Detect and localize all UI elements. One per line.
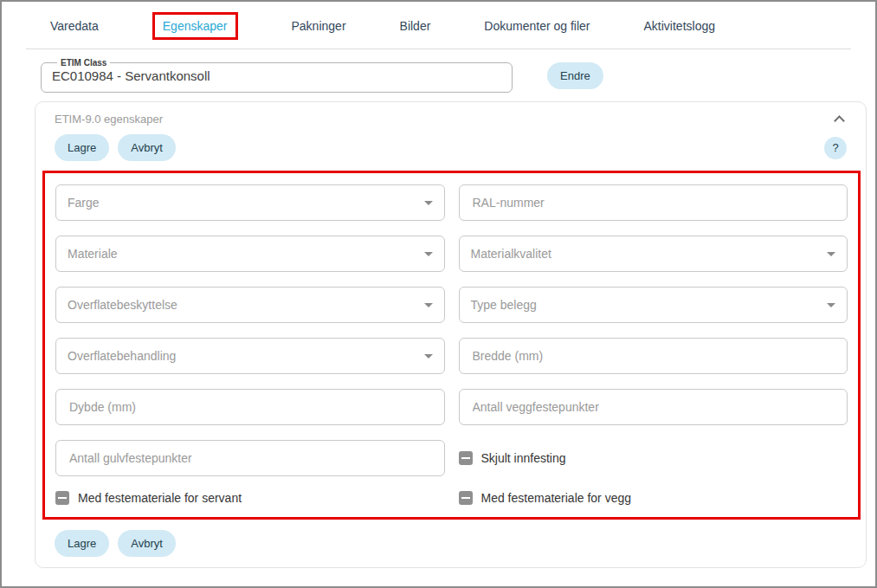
bredde-input[interactable] [471,348,836,364]
card-header: ETIM-9.0 egenskaper [55,113,847,126]
top-actions-row: Lagre Avbryt ? [55,134,847,161]
dropdown-caret-icon [827,252,835,256]
save-button-bottom[interactable]: Lagre [55,530,109,557]
change-etim-class-button[interactable]: Endre [547,62,603,89]
dropdown-caret-icon [424,354,433,359]
tab-aktivitetslogg[interactable]: Aktivitetslogg [644,19,715,33]
antall-gulvfestepunkter-field [55,440,445,476]
collapse-chevron-up-icon[interactable] [834,115,845,126]
dropdown-caret-icon [827,303,835,307]
ral-nummer-field [459,184,848,221]
cancel-button-top[interactable]: Avbryt [118,134,176,161]
type-belegg-dropdown[interactable]: Type belegg [459,287,848,323]
dropdown-caret-icon [424,201,433,205]
overflatebehandling-dropdown[interactable]: Overflatebehandling [55,338,445,374]
materiale-dropdown[interactable]: Materiale [55,236,445,272]
med-festemateriale-for-servant-checkbox[interactable]: Med festemateriale for servant [55,491,445,505]
indeterminate-checkbox-icon [459,451,473,465]
annotation-box-form: Farge Materiale Materialkvalitet Overfla… [42,171,861,520]
etim-properties-card: ETIM-9.0 egenskaper Lagre Avbryt ? Farge… [35,101,867,568]
antall-veggfestepunkter-field [459,389,848,425]
tab-bar: Varedata Egenskaper Pakninger Bilder Dok… [26,2,851,49]
indeterminate-checkbox-icon [55,491,69,505]
skjult-innfesting-label: Skjult innfesting [481,451,566,465]
etim-class-row: ETIM Class Endre [41,58,875,93]
materiale-placeholder: Materiale [68,247,424,261]
overflatebehandling-placeholder: Overflatebehandling [68,349,424,363]
tab-bilder[interactable]: Bilder [400,19,431,33]
dybde-input[interactable] [68,399,433,415]
etim-class-field: ETIM Class [41,58,513,93]
cancel-button-bottom[interactable]: Avbryt [118,530,176,557]
properties-form-grid: Farge Materiale Materialkvalitet Overfla… [55,184,848,505]
bottom-actions-row: Lagre Avbryt [55,530,847,557]
annotation-box-active-tab: Egenskaper [152,12,238,40]
antall-gulvfestepunkter-input[interactable] [68,450,433,466]
indeterminate-checkbox-icon [459,491,473,505]
med-festemateriale-for-vegg-checkbox[interactable]: Med festemateriale for vegg [459,491,848,505]
save-button-top[interactable]: Lagre [55,134,109,161]
tab-egenskaper[interactable]: Egenskaper [163,19,228,33]
etim-class-input[interactable] [52,68,501,83]
tab-varedata[interactable]: Varedata [50,19,99,33]
tab-pakninger[interactable]: Pakninger [292,19,346,33]
type-belegg-placeholder: Type belegg [471,298,828,312]
overflatebeskyttelse-dropdown[interactable]: Overflatebeskyttelse [55,287,445,323]
materialkvalitet-dropdown[interactable]: Materialkvalitet [459,236,848,272]
farge-placeholder: Farge [68,196,424,210]
ral-nummer-input[interactable] [471,195,836,210]
dropdown-caret-icon [424,303,433,307]
section-title: ETIM-9.0 egenskaper [55,113,163,126]
antall-veggfestepunkter-input[interactable] [471,399,836,415]
farge-dropdown[interactable]: Farge [55,184,445,221]
bredde-field [459,338,848,374]
app-window: Varedata Egenskaper Pakninger Bilder Dok… [0,0,877,588]
dropdown-caret-icon [424,252,433,256]
dybde-field [55,389,445,425]
materialkvalitet-placeholder: Materialkvalitet [471,247,828,261]
help-button[interactable]: ? [824,137,847,159]
skjult-innfesting-checkbox[interactable]: Skjult innfesting [459,451,848,465]
etim-class-label: ETIM Class [57,58,110,68]
overflatebeskyttelse-placeholder: Overflatebeskyttelse [68,298,424,312]
tab-dokumenter-og-filer[interactable]: Dokumenter og filer [484,19,590,33]
med-festemateriale-for-servant-label: Med festemateriale for servant [78,491,242,505]
med-festemateriale-for-vegg-label: Med festemateriale for vegg [481,491,632,505]
